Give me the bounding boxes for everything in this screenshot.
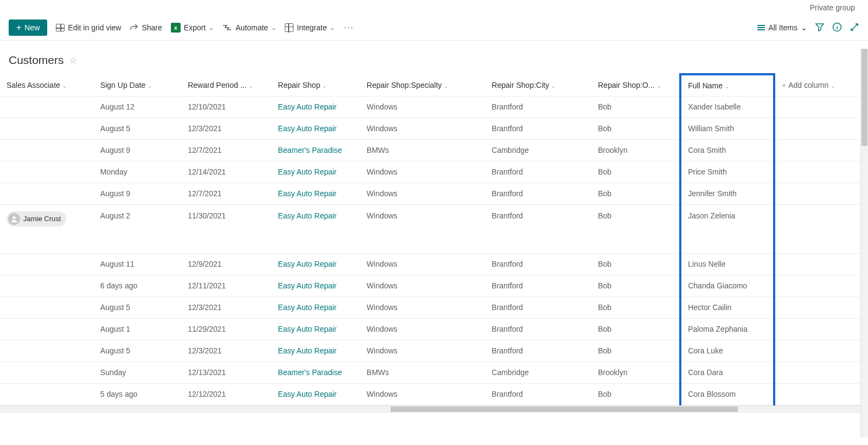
cell-reward-period: 11/30/2021 <box>181 204 271 253</box>
table-row[interactable]: August 512/3/2021Easy Auto RepairWindows… <box>0 296 868 318</box>
cell-sign-up-date: August 2 <box>94 204 181 253</box>
automate-button[interactable]: Automate ⌄ <box>222 23 276 32</box>
cell-specialty: Windows <box>360 161 485 183</box>
table-row[interactable]: August 1112/9/2021Easy Auto RepairWindow… <box>0 253 868 275</box>
cell-city: Brantford <box>485 161 591 183</box>
table-row[interactable]: August 512/3/2021Easy Auto RepairWindows… <box>0 340 868 362</box>
excel-icon: x <box>171 23 181 33</box>
cell-repair-shop[interactable]: Easy Auto Repair <box>271 118 360 139</box>
table-row[interactable]: 6 days ago12/11/2021Easy Auto RepairWind… <box>0 275 868 296</box>
cell-owner: Bob <box>591 253 680 275</box>
edit-grid-label: Edit in grid view <box>68 23 121 32</box>
integrate-button[interactable]: Integrate ⌄ <box>285 23 335 32</box>
col-city[interactable]: Repair Shop:City⌄ <box>485 74 591 96</box>
cell-sign-up-date: August 5 <box>94 340 181 362</box>
cell-empty <box>774 204 868 253</box>
cell-owner: Brooklyn <box>591 362 680 383</box>
cell-specialty: Windows <box>360 383 485 405</box>
cell-owner: Bob <box>591 204 680 253</box>
col-full-name[interactable]: Full Name⌄ <box>680 74 774 96</box>
cell-repair-shop[interactable]: Easy Auto Repair <box>271 204 360 253</box>
more-actions-button[interactable]: ··· <box>343 23 354 33</box>
cell-repair-shop[interactable]: Easy Auto Repair <box>271 275 360 296</box>
favorite-button[interactable]: ☆ <box>69 55 77 66</box>
cell-reward-period: 12/3/2021 <box>181 340 271 362</box>
cell-sales-associate <box>0 96 94 118</box>
cell-repair-shop[interactable]: Beamer's Paradise <box>271 139 360 161</box>
cell-sales-associate <box>0 340 94 362</box>
cell-specialty: Windows <box>360 118 485 139</box>
cell-owner: Bob <box>591 383 680 405</box>
chevron-down-icon: ⌄ <box>148 83 152 89</box>
col-sign-up-date[interactable]: Sign Up Date⌄ <box>94 74 181 96</box>
cell-city: Cambridge <box>485 139 591 161</box>
cell-repair-shop[interactable]: Easy Auto Repair <box>271 253 360 275</box>
view-selector[interactable]: All Items ⌄ <box>757 23 807 32</box>
cell-empty <box>774 362 868 383</box>
share-button[interactable]: Share <box>130 23 162 32</box>
table-row[interactable]: August 111/29/2021Easy Auto RepairWindow… <box>0 318 868 340</box>
edit-grid-button[interactable]: Edit in grid view <box>56 23 121 32</box>
filter-button[interactable] <box>815 22 825 34</box>
chevron-down-icon: ⌄ <box>444 83 448 89</box>
cell-repair-shop[interactable]: Easy Auto Repair <box>271 183 360 204</box>
chevron-down-icon: ⌄ <box>725 83 729 89</box>
cell-sales-associate <box>0 362 94 383</box>
cell-full-name: Linus Nelle <box>680 253 774 275</box>
chevron-down-icon: ⌄ <box>801 23 807 32</box>
table-row[interactable]: August 912/7/2021Easy Auto RepairWindows… <box>0 183 868 204</box>
cell-city: Brantford <box>485 275 591 296</box>
chevron-down-icon: ⌄ <box>831 83 835 89</box>
cell-repair-shop[interactable]: Easy Auto Repair <box>271 296 360 318</box>
cell-owner: Bob <box>591 275 680 296</box>
table-row[interactable]: Monday12/14/2021Easy Auto RepairWindowsB… <box>0 161 868 183</box>
person-chip[interactable]: Jamie Crust <box>7 211 66 227</box>
chevron-down-icon: ⌄ <box>322 83 327 89</box>
expand-button[interactable] <box>850 22 859 34</box>
add-column-button[interactable]: +Add column⌄ <box>774 74 868 96</box>
table-row[interactable]: August 912/7/2021Beamer's ParadiseBMWsCa… <box>0 139 868 161</box>
cell-city: Brantford <box>485 253 591 275</box>
cell-sign-up-date: 6 days ago <box>94 275 181 296</box>
cell-full-name: Paloma Zephania <box>680 318 774 340</box>
cell-full-name: Cora Dara <box>680 362 774 383</box>
cell-reward-period: 12/3/2021 <box>181 118 271 139</box>
cell-sign-up-date: August 9 <box>94 183 181 204</box>
table-row[interactable]: 5 days ago12/12/2021Easy Auto RepairWind… <box>0 383 868 405</box>
cell-reward-period: 12/7/2021 <box>181 139 271 161</box>
cell-repair-shop[interactable]: Easy Auto Repair <box>271 340 360 362</box>
cell-owner: Bob <box>591 296 680 318</box>
cell-city: Brantford <box>485 383 591 405</box>
new-button[interactable]: + New <box>9 20 47 36</box>
cell-sales-associate <box>0 296 94 318</box>
col-specialty[interactable]: Repair Shop:Specialty⌄ <box>360 74 485 96</box>
info-icon <box>832 22 842 32</box>
cell-reward-period: 12/12/2021 <box>181 383 271 405</box>
cell-full-name: Cora Luke <box>680 340 774 362</box>
table-row[interactable]: Jamie CrustAugust 211/30/2021Easy Auto R… <box>0 204 868 253</box>
cell-repair-shop[interactable]: Easy Auto Repair <box>271 318 360 340</box>
cell-specialty: Windows <box>360 340 485 362</box>
plus-icon: + <box>16 23 21 32</box>
cell-repair-shop[interactable]: Easy Auto Repair <box>271 161 360 183</box>
col-owner[interactable]: Repair Shop:O...⌄ <box>591 74 680 96</box>
vertical-scrollbar[interactable] <box>860 49 868 413</box>
horizontal-scrollbar[interactable] <box>0 405 868 413</box>
table-row[interactable]: August 1212/10/2021Easy Auto RepairWindo… <box>0 96 868 118</box>
table-row[interactable]: Sunday12/13/2021Beamer's ParadiseBMWsCam… <box>0 362 868 383</box>
cell-empty <box>774 161 868 183</box>
table-row[interactable]: August 512/3/2021Easy Auto RepairWindows… <box>0 118 868 139</box>
export-button[interactable]: x Export ⌄ <box>171 23 214 33</box>
col-sales-associate[interactable]: Sales Associate⌄ <box>0 74 94 96</box>
cell-repair-shop[interactable]: Beamer's Paradise <box>271 362 360 383</box>
grid-icon <box>56 24 65 31</box>
cell-reward-period: 11/29/2021 <box>181 318 271 340</box>
col-reward-period[interactable]: Reward Period ...⌄ <box>181 74 271 96</box>
cell-city: Brantford <box>485 96 591 118</box>
chevron-down-icon: ⌄ <box>271 24 276 31</box>
cell-repair-shop[interactable]: Easy Auto Repair <box>271 96 360 118</box>
cell-repair-shop[interactable]: Easy Auto Repair <box>271 383 360 405</box>
cell-sales-associate: Jamie Crust <box>0 204 94 253</box>
col-repair-shop[interactable]: Repair Shop⌄ <box>271 74 360 96</box>
info-button[interactable] <box>832 22 842 34</box>
